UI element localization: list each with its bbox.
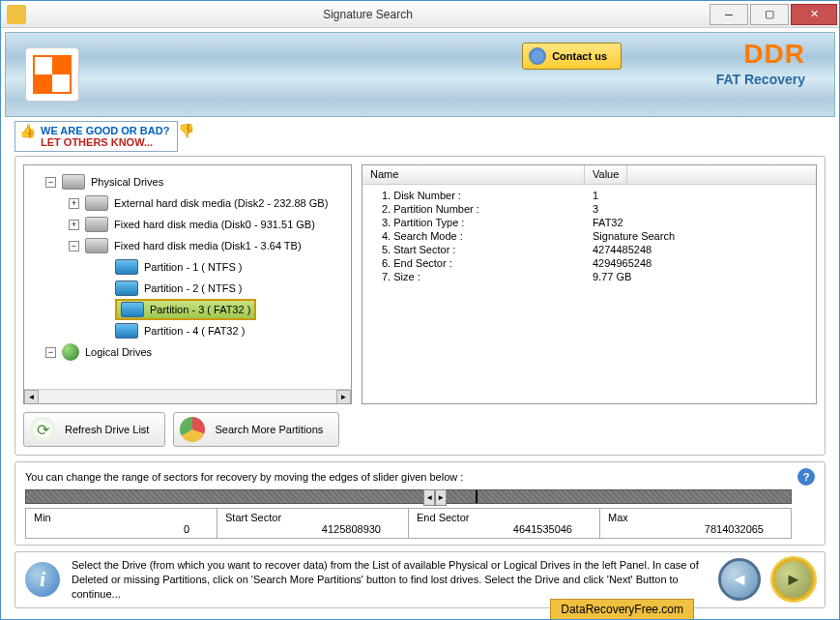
tree-label: Fixed hard disk media (Disk0 - 931.51 GB… xyxy=(114,219,315,230)
help-icon[interactable]: ? xyxy=(797,468,815,486)
sector-range-slider[interactable]: ◄► xyxy=(25,489,792,504)
slider-handle-right-icon[interactable]: ► xyxy=(435,489,447,506)
info-icon: i xyxy=(25,562,60,597)
contact-us-button[interactable]: Contact us xyxy=(522,43,622,70)
review-link[interactable]: WE ARE GOOD OR BAD? LET OTHERS KNOW... xyxy=(14,121,178,152)
detail-name: 1. Disk Number : xyxy=(362,190,585,201)
brand-subtitle: FAT Recovery xyxy=(716,72,805,87)
hard-drive-icon xyxy=(85,217,108,232)
titlebar: Signature Search ─ ▢ ✕ xyxy=(1,1,839,28)
tree-label: Physical Drives xyxy=(91,176,163,188)
hard-drive-icon xyxy=(85,238,108,253)
detail-row: 4. Search Mode :Signature Search xyxy=(362,229,816,243)
column-header-value[interactable]: Value xyxy=(585,165,627,184)
search-more-partitions-button[interactable]: Search More Partitions xyxy=(173,412,339,447)
tree-label: Partition - 4 ( FAT32 ) xyxy=(144,325,245,337)
partition-icon xyxy=(115,280,138,296)
app-window: Signature Search ─ ▢ ✕ Contact us DDR FA… xyxy=(0,0,840,620)
tree-label: Fixed hard disk media (Disk1 - 3.64 TB) xyxy=(114,240,302,251)
detail-value: Signature Search xyxy=(585,230,675,242)
sector-range-panel: You can change the range of sectors for … xyxy=(14,461,826,546)
hint-panel: i Select the Drive (from which you want … xyxy=(14,551,826,608)
detail-value: 3 xyxy=(585,203,598,215)
expand-icon[interactable]: + xyxy=(69,198,79,209)
logo-box xyxy=(25,47,79,102)
tree-node-partition2[interactable]: Partition - 2 ( NTFS ) xyxy=(28,278,347,299)
back-button[interactable]: ◄ xyxy=(718,558,761,601)
detail-row: 6. End Sector :4294965248 xyxy=(362,256,816,270)
header-band: Contact us DDR FAT Recovery xyxy=(5,32,835,117)
minimize-button[interactable]: ─ xyxy=(710,4,748,25)
collapse-icon[interactable]: − xyxy=(45,347,56,358)
next-button[interactable]: ► xyxy=(772,558,815,601)
tree-horizontal-scrollbar[interactable]: ◄► xyxy=(24,389,351,403)
tree-node-fixed0[interactable]: +Fixed hard disk media (Disk0 - 931.51 G… xyxy=(28,214,347,235)
sector-instruction: You can change the range of sectors for … xyxy=(25,471,792,483)
slider-handle-left-icon[interactable]: ◄ xyxy=(423,489,435,506)
tree-node-fixed1[interactable]: −Fixed hard disk media (Disk1 - 3.64 TB) xyxy=(28,235,347,256)
sector-max: Max7814032065 xyxy=(600,508,792,539)
drive-tree-pane: −Physical Drives +External hard disk med… xyxy=(23,164,352,404)
scroll-left-icon[interactable]: ◄ xyxy=(24,390,39,404)
hard-drive-icon xyxy=(62,174,85,190)
tree-label: Partition - 1 ( NTFS ) xyxy=(144,261,242,273)
brand-block: DDR FAT Recovery xyxy=(716,39,805,87)
globe-icon xyxy=(62,343,79,361)
sector-min: Min0 xyxy=(25,508,217,539)
window-title: Signature Search xyxy=(26,8,710,21)
detail-row: 5. Start Sector :4274485248 xyxy=(362,243,816,256)
collapse-icon[interactable]: − xyxy=(69,241,79,251)
detail-name: 5. Start Sector : xyxy=(362,244,585,255)
contact-label: Contact us xyxy=(552,50,607,62)
detail-pane: Name Value 1. Disk Number :12. Partition… xyxy=(362,164,817,404)
tree-label: Partition - 3 ( FAT32 ) xyxy=(150,304,250,315)
scroll-right-icon[interactable]: ► xyxy=(336,390,351,404)
pie-chart-icon xyxy=(180,417,205,442)
detail-name: 3. Partition Type : xyxy=(362,217,585,228)
column-header-name[interactable]: Name xyxy=(362,165,585,184)
review-bar: WE ARE GOOD OR BAD? LET OTHERS KNOW... xyxy=(14,121,835,152)
collapse-icon[interactable]: − xyxy=(45,177,56,188)
tree-node-physical[interactable]: −Physical Drives xyxy=(28,171,347,192)
maximize-button[interactable]: ▢ xyxy=(750,4,789,25)
detail-row: 7. Size :9.77 GB xyxy=(362,270,816,283)
tree-node-logical[interactable]: −Logical Drives xyxy=(28,341,347,363)
brand-title: DDR xyxy=(716,39,805,70)
detail-row: 1. Disk Number :1 xyxy=(362,189,816,202)
sector-end: End Sector4641535046 xyxy=(409,508,600,539)
tree-label: Partition - 2 ( NTFS ) xyxy=(144,282,242,294)
tree-node-partition4[interactable]: Partition - 4 ( FAT32 ) xyxy=(28,320,347,341)
detail-value: FAT32 xyxy=(585,217,623,228)
detail-value: 4274485248 xyxy=(585,244,652,255)
review-line1: WE ARE GOOD OR BAD? xyxy=(41,125,169,136)
sector-start: Start Sector4125808930 xyxy=(217,508,409,539)
panes: −Physical Drives +External hard disk med… xyxy=(23,164,817,404)
review-line2: LET OTHERS KNOW... xyxy=(41,136,169,148)
tree-node-external[interactable]: +External hard disk media (Disk2 - 232.8… xyxy=(28,192,347,214)
detail-name: 4. Search Mode : xyxy=(362,230,585,242)
partition-icon xyxy=(115,323,138,339)
detail-row: 2. Partition Number :3 xyxy=(362,202,816,216)
hard-drive-icon xyxy=(85,195,108,211)
content-panel: −Physical Drives +External hard disk med… xyxy=(14,156,826,456)
detail-name: 7. Size : xyxy=(362,271,585,282)
detail-value: 9.77 GB xyxy=(585,271,631,282)
detail-name: 2. Partition Number : xyxy=(362,203,585,215)
refresh-drive-list-button[interactable]: ⟳Refresh Drive List xyxy=(23,412,165,447)
tree-node-partition3-selected[interactable]: Partition - 3 ( FAT32 ) xyxy=(28,299,347,320)
sector-values: Min0 Start Sector4125808930 End Sector46… xyxy=(25,508,792,539)
detail-body: 1. Disk Number :12. Partition Number :33… xyxy=(362,185,816,287)
footer-link[interactable]: DataRecoveryFree.com xyxy=(550,599,694,619)
detail-value: 1 xyxy=(585,190,598,201)
close-button[interactable]: ✕ xyxy=(791,4,837,25)
partition-icon xyxy=(115,259,138,275)
tree-node-partition1[interactable]: Partition - 1 ( NTFS ) xyxy=(28,256,347,278)
detail-row: 3. Partition Type :FAT32 xyxy=(362,216,816,229)
button-label: Refresh Drive List xyxy=(65,424,149,435)
hint-text: Select the Drive (from which you want to… xyxy=(72,558,707,602)
button-label: Search More Partitions xyxy=(215,424,323,435)
checker-logo-icon xyxy=(33,55,72,94)
tree-label: Logical Drives xyxy=(85,346,152,358)
expand-icon[interactable]: + xyxy=(69,220,79,230)
drive-tree[interactable]: −Physical Drives +External hard disk med… xyxy=(24,165,351,390)
